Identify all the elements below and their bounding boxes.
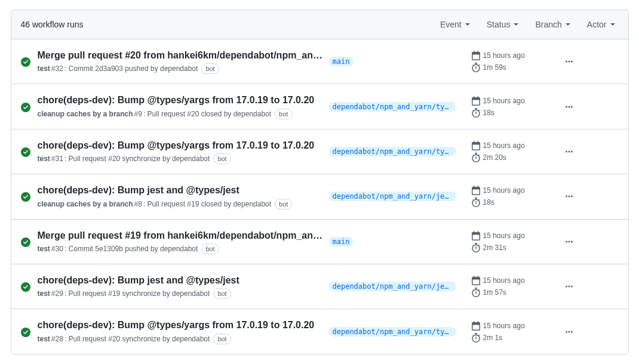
- kebab-icon: [564, 57, 574, 66]
- run-row: chore(deps-dev): Bump jest and @types/je…: [11, 264, 628, 309]
- branch-col: dependabot/npm_and_yarn/typ…: [329, 102, 466, 112]
- actions-col: [560, 325, 577, 339]
- runs-list: Merge pull request #20 from hankei6km/de…: [11, 39, 628, 354]
- duration: 1m 59s: [483, 63, 506, 72]
- run-title[interactable]: chore(deps-dev): Bump @types/yargs from …: [38, 94, 324, 107]
- meta-col: 15 hours ago 1m 59s: [471, 51, 555, 72]
- run-subline: test #29: Pull request #19 synchronize b…: [38, 288, 324, 299]
- check-circle-icon: [21, 237, 30, 247]
- branch-label[interactable]: dependabot/npm_and_yarn/typ…: [329, 102, 456, 112]
- check-circle-icon: [21, 328, 30, 337]
- actions-col: [560, 235, 577, 249]
- filter-event[interactable]: Event: [440, 20, 470, 29]
- time-ago-line: 15 hours ago: [471, 96, 555, 106]
- filter-status[interactable]: Status: [487, 20, 519, 29]
- stopwatch-icon: [471, 243, 481, 252]
- workflow-name[interactable]: test: [38, 288, 50, 299]
- time-ago: 15 hours ago: [483, 186, 525, 195]
- run-description: : Pull request #19 synchronize by depend…: [64, 288, 210, 299]
- calendar-icon: [471, 231, 481, 240]
- bot-badge: bot: [275, 199, 292, 209]
- run-main: Merge pull request #20 from hankei6km/de…: [38, 49, 324, 74]
- run-title[interactable]: chore(deps-dev): Bump jest and @types/je…: [38, 184, 324, 197]
- branch-col: main: [329, 237, 466, 246]
- meta-col: 15 hours ago 2m 31s: [471, 231, 555, 252]
- run-row: chore(deps-dev): Bump @types/yargs from …: [11, 309, 628, 353]
- run-title[interactable]: chore(deps-dev): Bump jest and @types/je…: [38, 274, 324, 287]
- run-main: chore(deps-dev): Bump @types/yargs from …: [38, 94, 324, 119]
- run-number: #31: [51, 153, 63, 164]
- filter-label: Status: [487, 20, 511, 29]
- row-actions-button[interactable]: [561, 100, 577, 114]
- workflow-name[interactable]: test: [38, 63, 50, 74]
- run-subline: test #28: Pull request #20 synchronize b…: [38, 334, 324, 344]
- bot-badge: bot: [275, 109, 292, 119]
- row-actions-button[interactable]: [561, 325, 577, 339]
- calendar-icon: [471, 96, 481, 106]
- duration-line: 18s: [471, 198, 555, 207]
- workflow-name[interactable]: test: [38, 243, 50, 254]
- row-actions-button[interactable]: [561, 54, 577, 69]
- branch-label[interactable]: dependabot/npm_and_yarn/jes…: [329, 282, 456, 291]
- stopwatch-icon: [471, 153, 481, 162]
- duration-line: 2m 31s: [471, 243, 555, 252]
- row-actions-button[interactable]: [561, 235, 577, 249]
- time-ago: 15 hours ago: [483, 51, 525, 60]
- run-subline: test #30: Commit 5e1309b pushed by depen…: [38, 243, 324, 254]
- workflow-name[interactable]: test: [38, 334, 50, 344]
- run-main: chore(deps-dev): Bump @types/yargs from …: [38, 139, 324, 164]
- kebab-icon: [564, 147, 574, 156]
- filter-group: Event Status Branch Actor: [440, 20, 619, 29]
- branch-label[interactable]: main: [329, 237, 354, 246]
- run-main: chore(deps-dev): Bump jest and @types/je…: [38, 184, 324, 209]
- branch-col: dependabot/npm_and_yarn/typ…: [329, 327, 466, 337]
- actions-col: [560, 189, 577, 203]
- duration-line: 1m 57s: [471, 288, 555, 297]
- time-ago-line: 15 hours ago: [471, 321, 555, 331]
- filter-actor[interactable]: Actor: [587, 20, 615, 29]
- run-row: Merge pull request #20 from hankei6km/de…: [11, 39, 628, 84]
- filter-branch[interactable]: Branch: [535, 20, 570, 29]
- run-title[interactable]: Merge pull request #19 from hankei6km/de…: [38, 229, 324, 242]
- run-description: : Commit 2d3a903 pushed by dependabot: [64, 63, 198, 74]
- kebab-icon: [564, 102, 574, 112]
- meta-col: 15 hours ago 18s: [471, 96, 555, 118]
- calendar-icon: [471, 141, 481, 150]
- duration: 2m 31s: [483, 243, 506, 252]
- run-row: Merge pull request #19 from hankei6km/de…: [11, 220, 628, 264]
- branch-label[interactable]: main: [329, 57, 354, 66]
- duration: 2m 1s: [483, 334, 503, 342]
- time-ago-line: 15 hours ago: [471, 276, 555, 285]
- row-actions-button[interactable]: [561, 279, 577, 294]
- calendar-icon: [471, 51, 481, 60]
- time-ago-line: 15 hours ago: [471, 51, 555, 60]
- kebab-icon: [564, 192, 574, 201]
- run-row: chore(deps-dev): Bump jest and @types/je…: [11, 174, 628, 219]
- row-actions-button[interactable]: [561, 189, 577, 203]
- duration: 18s: [483, 198, 494, 206]
- status-col: [21, 101, 33, 112]
- actions-col: [560, 144, 577, 159]
- check-circle-icon: [21, 103, 30, 112]
- run-title[interactable]: Merge pull request #20 from hankei6km/de…: [38, 49, 324, 62]
- workflow-name[interactable]: test: [38, 153, 50, 164]
- duration-line: 18s: [471, 108, 555, 118]
- filter-label: Event: [440, 20, 462, 29]
- workflow-name[interactable]: cleanup caches by a branch: [38, 109, 133, 119]
- run-row: chore(deps-dev): Bump @types/yargs from …: [11, 84, 628, 129]
- calendar-icon: [471, 186, 481, 195]
- run-number: #9: [134, 109, 142, 119]
- kebab-icon: [564, 327, 574, 337]
- run-title[interactable]: chore(deps-dev): Bump @types/yargs from …: [38, 319, 324, 332]
- calendar-icon: [471, 321, 481, 331]
- run-description: : Pull request #19 closed by dependabot: [143, 199, 271, 209]
- branch-label[interactable]: dependabot/npm_and_yarn/typ…: [329, 327, 456, 337]
- run-title[interactable]: chore(deps-dev): Bump @types/yargs from …: [38, 139, 324, 152]
- branch-label[interactable]: dependabot/npm_and_yarn/typ…: [329, 147, 456, 156]
- chevron-down-icon: [566, 23, 570, 26]
- duration-line: 1m 59s: [471, 63, 555, 72]
- duration: 1m 57s: [483, 288, 506, 297]
- branch-label[interactable]: dependabot/npm_and_yarn/jes…: [329, 192, 456, 201]
- row-actions-button[interactable]: [561, 144, 577, 159]
- workflow-name[interactable]: cleanup caches by a branch: [38, 199, 133, 209]
